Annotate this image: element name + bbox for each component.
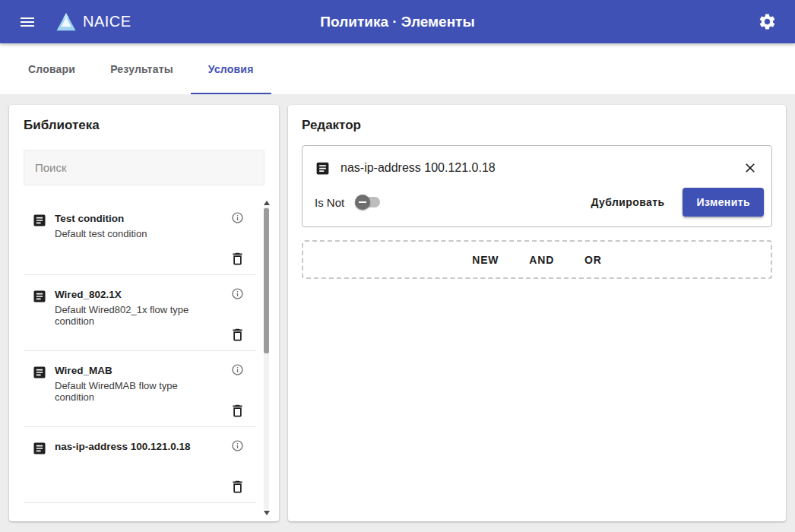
delete-icon[interactable]: [226, 400, 249, 422]
tab-bar: Словари Результаты Условия: [0, 43, 795, 94]
tab-results[interactable]: Результаты: [93, 43, 191, 94]
gear-icon[interactable]: [755, 9, 780, 34]
list-item[interactable]: Wired_802.1X Default Wired802_1x flow ty…: [24, 275, 256, 351]
list-item[interactable]: Wired_MAB Default WiredMAB flow type con…: [24, 351, 256, 427]
library-panel: Библиотека Test condition Default test c…: [9, 105, 279, 521]
info-icon[interactable]: [228, 436, 247, 455]
scrollbar-track[interactable]: [264, 207, 269, 509]
editor-panel: Редактор nas-ip-address 100.121.0.18 Is …: [288, 105, 786, 521]
new-button[interactable]: NEW: [463, 248, 508, 272]
search-input[interactable]: [24, 150, 264, 185]
toggle-thumb: [355, 195, 370, 210]
scrollbar-thumb[interactable]: [264, 208, 269, 353]
editor-title: Редактор: [302, 118, 772, 133]
info-icon[interactable]: [228, 284, 247, 303]
main-content: Библиотека Test condition Default test c…: [0, 94, 795, 532]
scrollbar[interactable]: [263, 201, 270, 515]
tab-conditions[interactable]: Условия: [191, 43, 271, 94]
naice-logo-icon: [55, 11, 78, 33]
brand: NAICE: [55, 11, 131, 33]
close-icon[interactable]: [740, 157, 761, 179]
tab-dictionaries[interactable]: Словари: [11, 43, 93, 94]
condition-name: nas-ip-address 100.121.0.18: [340, 161, 496, 175]
info-icon[interactable]: [228, 208, 247, 227]
condition-icon: [32, 365, 47, 380]
condition-description: Default test condition: [55, 228, 147, 239]
scroll-down-icon[interactable]: [264, 511, 270, 515]
delete-icon[interactable]: [226, 324, 249, 346]
app-header: NAICE Политика · Элементы: [0, 0, 795, 43]
condition-icon: [32, 289, 47, 304]
condition-title: Wired_802.1X: [55, 289, 214, 301]
list-item[interactable]: Test condition Default test condition: [24, 199, 256, 275]
condition-icon: [32, 213, 47, 228]
add-condition-dropzone: NEW AND OR: [302, 240, 772, 279]
condition-description: Default Wired802_1x flow type condition: [55, 304, 214, 327]
condition-title: nas-ip-address 100.121.0.18: [55, 441, 191, 453]
condition-icon: [32, 441, 47, 456]
delete-icon[interactable]: [226, 248, 249, 270]
duplicate-button[interactable]: Дублировать: [581, 188, 676, 216]
info-icon[interactable]: [228, 360, 247, 379]
app-name: NAICE: [83, 13, 131, 30]
page-title: Политика · Элементы: [320, 14, 474, 30]
or-button[interactable]: OR: [575, 248, 611, 272]
delete-icon[interactable]: [226, 476, 249, 498]
search-box: [24, 150, 264, 185]
and-button[interactable]: AND: [520, 248, 563, 272]
is-not-label: Is Not: [315, 196, 344, 209]
condition-title: Test condition: [55, 213, 147, 225]
condition-title: Wired_MAB: [55, 365, 214, 377]
condition-icon: [315, 160, 331, 176]
condition-editor-box: nas-ip-address 100.121.0.18 Is Not Дубли…: [302, 145, 772, 227]
list-item[interactable]: nas-ip-address 100.121.0.18: [24, 427, 256, 503]
is-not-toggle[interactable]: [355, 195, 382, 210]
menu-icon[interactable]: [15, 10, 40, 34]
library-title: Библиотека: [9, 105, 279, 133]
scroll-up-icon[interactable]: [264, 201, 270, 205]
edit-button[interactable]: Изменить: [683, 188, 764, 217]
condition-list: Test condition Default test condition: [9, 199, 279, 521]
condition-description: Default WiredMAB flow type condition: [55, 380, 214, 403]
